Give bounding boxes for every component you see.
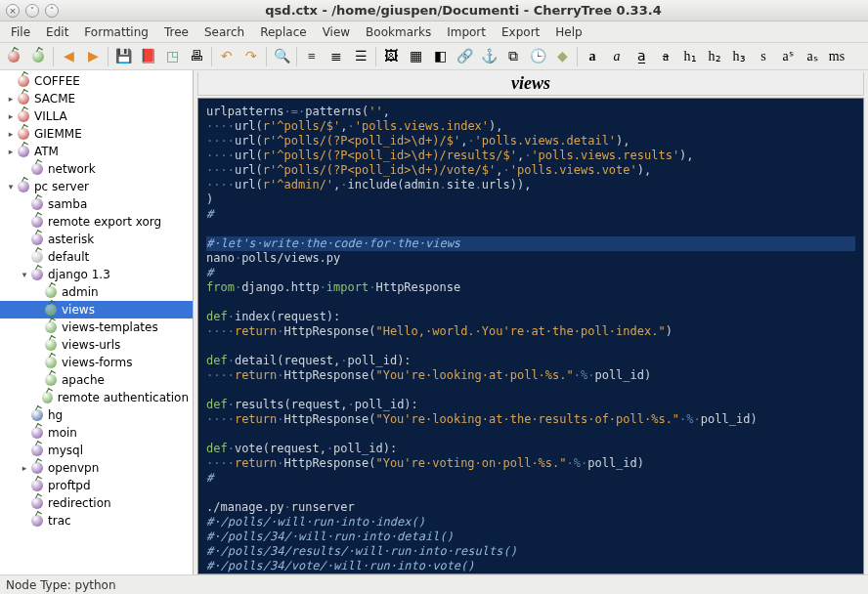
close-button[interactable]: × bbox=[6, 4, 20, 18]
menu-help[interactable]: Help bbox=[548, 23, 588, 41]
tree-node[interactable]: COFFEE bbox=[0, 72, 193, 90]
tree-node-label: trac bbox=[48, 514, 71, 528]
menu-replace[interactable]: Replace bbox=[253, 23, 313, 41]
menu-view[interactable]: View bbox=[316, 23, 357, 41]
content-area: COFFEE▸SACME▸VILLA▸GIEMME▸ATMnetwork▾pc … bbox=[0, 70, 868, 574]
code-line bbox=[206, 486, 855, 500]
forward-icon[interactable]: ▶ bbox=[83, 47, 103, 66]
search-icon[interactable]: 🔍 bbox=[272, 47, 291, 66]
tree-node-label: django 1.3 bbox=[48, 268, 110, 281]
cherry-green-icon[interactable] bbox=[28, 47, 48, 66]
tree-node[interactable]: ▾django 1.3 bbox=[0, 266, 193, 283]
menu-import[interactable]: Import bbox=[440, 23, 493, 41]
numbered-list-icon[interactable]: ≣ bbox=[326, 47, 346, 66]
menu-search[interactable]: Search bbox=[197, 23, 251, 41]
format-h3-icon[interactable]: h₃ bbox=[729, 47, 749, 66]
tree-node[interactable]: remote authentication bbox=[0, 389, 193, 406]
tree-expander-icon[interactable]: ▸ bbox=[6, 111, 16, 121]
format-strike-icon[interactable]: a bbox=[656, 47, 675, 66]
format-mono-icon[interactable]: ms bbox=[827, 47, 846, 66]
tree-node[interactable]: views-urls bbox=[0, 336, 193, 354]
cherry-icon bbox=[31, 233, 43, 245]
back-icon[interactable]: ◀ bbox=[59, 47, 78, 66]
tree-node[interactable]: moin bbox=[0, 424, 193, 442]
format-sub-icon[interactable]: aₛ bbox=[803, 47, 822, 66]
tree-node[interactable]: ▸SACME bbox=[0, 90, 193, 107]
menu-export[interactable]: Export bbox=[495, 23, 546, 41]
cherry-icon bbox=[31, 198, 43, 210]
insert-image-icon[interactable]: 🖼 bbox=[381, 47, 401, 66]
tree-node[interactable]: hg bbox=[0, 406, 193, 424]
tree-node[interactable]: samba bbox=[0, 195, 193, 213]
tree-node[interactable]: ▸ATM bbox=[0, 143, 193, 160]
format-h2-icon[interactable]: h₂ bbox=[705, 47, 724, 66]
save-icon[interactable]: 💾 bbox=[113, 47, 133, 66]
tree-node[interactable]: views-templates bbox=[0, 318, 193, 336]
tree-expander-icon[interactable]: ▾ bbox=[20, 270, 29, 279]
tree-node[interactable]: views-forms bbox=[0, 354, 193, 371]
code-line: def·index(request): bbox=[206, 310, 855, 324]
tree-node[interactable]: redirection bbox=[0, 494, 193, 512]
find-replace-icon[interactable]: ◳ bbox=[162, 47, 182, 66]
code-line bbox=[206, 427, 855, 442]
tree-node[interactable]: ▸VILLA bbox=[0, 107, 193, 125]
tree-node[interactable]: proftpd bbox=[0, 477, 193, 494]
tree-node[interactable]: ▾pc server bbox=[0, 178, 193, 195]
tree-node[interactable]: ▸GIEMME bbox=[0, 125, 193, 143]
tree-panel[interactable]: COFFEE▸SACME▸VILLA▸GIEMME▸ATMnetwork▾pc … bbox=[0, 70, 194, 574]
tree-expander-icon[interactable]: ▸ bbox=[20, 463, 29, 473]
menu-file[interactable]: File bbox=[4, 23, 37, 41]
code-line: ····return·HttpResponse("You're·looking·… bbox=[206, 412, 855, 427]
format-underline-icon[interactable]: a̲ bbox=[631, 47, 651, 66]
cherry-red-icon[interactable] bbox=[4, 47, 23, 66]
code-line bbox=[206, 339, 855, 354]
code-line: # bbox=[206, 471, 855, 486]
format-bold-icon[interactable]: a bbox=[583, 47, 602, 66]
maximize-button[interactable]: ˄ bbox=[45, 4, 59, 18]
tree-node[interactable]: admin bbox=[0, 283, 193, 301]
code-line: def·detail(request,·poll_id): bbox=[206, 354, 855, 368]
tree-node[interactable]: network bbox=[0, 160, 193, 178]
tree-node[interactable]: apache bbox=[0, 371, 193, 389]
menu-bookmarks[interactable]: Bookmarks bbox=[359, 23, 438, 41]
redo-icon[interactable]: ↷ bbox=[241, 47, 261, 66]
tree-expander-icon[interactable]: ▾ bbox=[6, 182, 16, 191]
code-editor[interactable]: urlpatterns·=·patterns('',····url(r'^pol… bbox=[197, 98, 864, 574]
menu-edit[interactable]: Edit bbox=[39, 23, 75, 41]
tree-expander-icon[interactable]: ▸ bbox=[6, 129, 16, 139]
tree-node[interactable]: views bbox=[0, 301, 193, 318]
export-pdf-icon[interactable]: 📕 bbox=[138, 47, 157, 66]
tree-node-label: remote authentication bbox=[58, 391, 189, 404]
cherry-icon bbox=[31, 462, 43, 474]
bullet-list-icon[interactable]: ≡ bbox=[302, 47, 322, 66]
todo-list-icon[interactable]: ☰ bbox=[351, 47, 370, 66]
tree-node[interactable]: trac bbox=[0, 512, 193, 530]
format-sup-icon[interactable]: aˢ bbox=[778, 47, 798, 66]
tree-node-label: openvpn bbox=[48, 461, 99, 475]
menu-tree[interactable]: Tree bbox=[157, 23, 195, 41]
insert-table-icon[interactable]: ▦ bbox=[406, 47, 425, 66]
tree-expander-icon[interactable]: ▸ bbox=[6, 94, 16, 104]
print-icon[interactable]: 🖶 bbox=[187, 47, 206, 66]
format-italic-icon[interactable]: a bbox=[607, 47, 627, 66]
tree-node[interactable]: remote export xorg bbox=[0, 213, 193, 231]
tree-node[interactable]: ▸openvpn bbox=[0, 459, 193, 477]
format-h1-icon[interactable]: h₁ bbox=[680, 47, 700, 66]
tree-node[interactable]: mysql bbox=[0, 442, 193, 459]
insert-timestamp-icon[interactable]: 🕒 bbox=[528, 47, 547, 66]
insert-codebox-icon[interactable]: ◧ bbox=[430, 47, 450, 66]
insert-special-icon[interactable]: ◆ bbox=[552, 47, 572, 66]
minimize-button[interactable]: ˅ bbox=[25, 4, 39, 18]
format-small-icon[interactable]: s bbox=[754, 47, 773, 66]
menu-formatting[interactable]: Formatting bbox=[77, 23, 155, 41]
cherry-icon bbox=[31, 409, 43, 421]
tree-node[interactable]: default bbox=[0, 248, 193, 266]
tree-node[interactable]: asterisk bbox=[0, 231, 193, 248]
code-line: ) bbox=[206, 192, 855, 207]
insert-anchor-icon[interactable]: ⚓ bbox=[479, 47, 499, 66]
cherry-icon bbox=[18, 128, 29, 140]
tree-expander-icon[interactable]: ▸ bbox=[6, 147, 16, 156]
insert-link-icon[interactable]: 🔗 bbox=[455, 47, 474, 66]
undo-icon[interactable]: ↶ bbox=[217, 47, 237, 66]
insert-toc-icon[interactable]: ⧉ bbox=[503, 47, 523, 66]
